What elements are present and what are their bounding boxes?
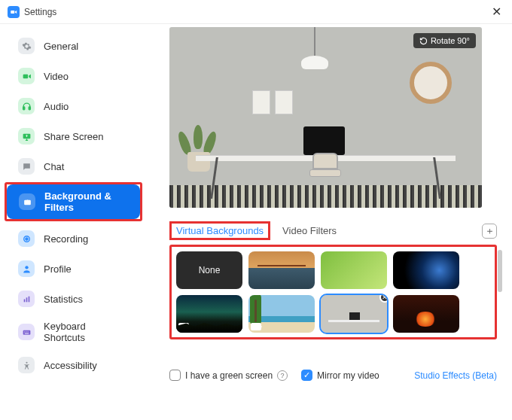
accessibility-icon [18,357,35,373]
svg-point-8 [25,237,27,239]
sidebar-item-label: Accessibility [44,360,97,371]
sidebar-item-audio[interactable]: Audio [6,92,141,120]
headphones-icon [18,98,35,114]
video-preview: Rotate 90° [169,27,482,208]
highlight-thumbs: None ✕ [169,245,497,339]
mirror-video-checkbox[interactable] [301,370,312,381]
sidebar-item-label: Audio [44,101,69,112]
statistics-icon [18,291,35,307]
sidebar-item-share-screen[interactable]: Share Screen [6,122,141,151]
svg-rect-14 [24,331,25,332]
footer-options: I have a green screen ? Mirror my video … [169,370,497,381]
thumbs-scrollbar[interactable] [498,250,502,292]
svg-point-9 [25,266,28,269]
green-screen-label: I have a green screen [185,370,273,381]
studio-effects-link[interactable]: Studio Effects (Beta) [414,370,497,381]
sidebar-item-label: Statistics [44,294,83,305]
sidebar-item-chat[interactable]: Chat [6,152,141,181]
svg-rect-3 [29,107,30,110]
tab-video-filters[interactable]: Video Filters [281,222,338,239]
title-bar: Settings ✕ [0,0,512,24]
svg-rect-13 [23,330,30,334]
gear-icon [18,38,35,54]
sidebar-item-profile[interactable]: Profile [6,254,141,283]
sidebar-item-label: General [44,41,78,52]
mirror-video-label: Mirror my video [317,370,379,381]
thumb-aurora[interactable] [176,295,242,333]
sidebar-item-accessibility[interactable]: Accessibility [6,351,141,379]
svg-point-18 [26,361,27,363]
close-icon[interactable]: ✕ [489,5,504,19]
svg-rect-2 [23,107,24,110]
svg-rect-17 [24,333,28,333]
sidebar-item-label: Profile [44,263,72,275]
sidebar-item-label: Background & Filters [44,190,128,213]
svg-rect-15 [26,331,26,332]
thumb-grass[interactable] [321,251,387,289]
share-screen-icon [18,128,35,145]
keyboard-icon [18,324,35,340]
highlight-background-filters: Background & Filters [5,182,142,221]
video-badge-icon [178,323,189,330]
thumb-office[interactable]: ✕ [321,295,387,333]
thumb-none[interactable]: None [176,251,242,289]
svg-rect-10 [23,299,25,302]
add-background-button[interactable]: ＋ [482,224,497,239]
tab-virtual-backgrounds[interactable]: Virtual Backgrounds [175,222,265,239]
sidebar: General Video Audio Share Screen Chat Ba… [0,24,147,420]
svg-rect-1 [23,74,28,78]
rotate-icon [419,37,428,45]
thumb-beach[interactable] [248,295,315,333]
chat-icon [18,158,35,175]
sidebar-item-label: Chat [44,161,64,172]
thumb-fireplace[interactable] [393,295,459,333]
window-title: Settings [24,7,56,17]
sidebar-item-keyboard-shortcuts[interactable]: Keyboard Shortcuts [6,315,141,349]
svg-rect-0 [11,10,14,13]
sidebar-item-video[interactable]: Video [6,62,141,90]
svg-rect-12 [28,296,29,302]
video-icon [18,68,35,84]
rotate-label: Rotate 90° [431,36,470,45]
sidebar-item-label: Video [44,71,69,82]
record-icon [18,230,35,247]
remove-thumb-icon[interactable]: ✕ [379,295,387,303]
app-icon [8,6,20,18]
svg-rect-11 [26,297,27,302]
svg-rect-16 [27,331,28,332]
content-pane: Rotate 90° Virtual Backgrounds Video Fil… [147,24,512,420]
sidebar-item-general[interactable]: General [6,32,141,60]
help-icon[interactable]: ? [277,370,288,381]
profile-icon [18,260,35,277]
sidebar-item-label: Share Screen [44,131,104,142]
background-thumbnails: None ✕ [176,251,490,333]
thumb-earth[interactable] [393,251,459,289]
sidebar-item-statistics[interactable]: Statistics [6,285,141,313]
sidebar-item-background-filters[interactable]: Background & Filters [7,184,140,219]
video-badge-icon [251,323,261,330]
sidebar-item-label: Keyboard Shortcuts [44,321,129,343]
sidebar-item-label: Recording [44,233,88,245]
sidebar-item-recording[interactable]: Recording [6,224,141,253]
green-screen-checkbox[interactable] [169,370,181,381]
svg-point-6 [26,199,29,202]
rotate-button[interactable]: Rotate 90° [413,33,476,48]
tabs: Virtual Backgrounds Video Filters ＋ [169,221,497,240]
highlight-virtual-backgrounds-tab: Virtual Backgrounds [169,221,270,240]
thumb-bridge[interactable] [248,251,315,289]
background-icon [19,193,35,210]
